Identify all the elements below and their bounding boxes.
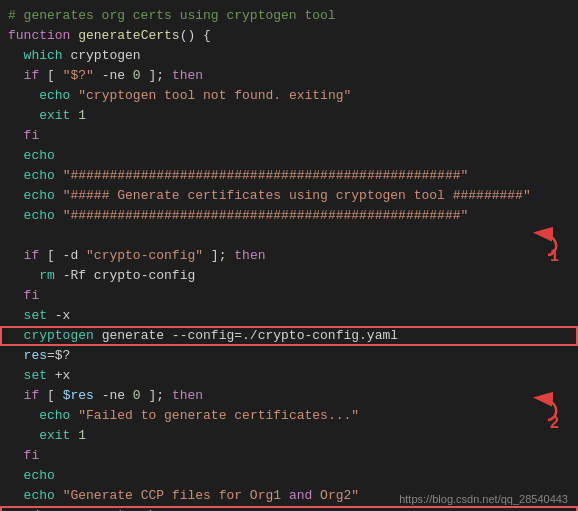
line-9: echo "##################################… (0, 166, 578, 186)
line-24: echo (0, 466, 578, 486)
line-4: if [ "$?" -ne 0 ]; then (0, 66, 578, 86)
line-1: # generates org certs using cryptogen to… (0, 6, 578, 26)
line-17-highlighted: cryptogen generate --config=./crypto-con… (0, 326, 578, 346)
code-container: # generates org certs using cryptogen to… (0, 0, 578, 511)
line-14: rm -Rf crypto-config (0, 266, 578, 286)
line-18: res=$? (0, 346, 578, 366)
line-6: exit 1 (0, 106, 578, 126)
line-3: which cryptogen (0, 46, 578, 66)
line-7: fi (0, 126, 578, 146)
line-23: fi (0, 446, 578, 466)
line-8: echo (0, 146, 578, 166)
line-26-highlighted: ./ccp-generate.sh (0, 506, 578, 511)
line-16: set -x (0, 306, 578, 326)
arrow-2-svg: 2 (478, 380, 568, 435)
line-2: function generateCerts() { (0, 26, 578, 46)
svg-text:2: 2 (550, 414, 559, 431)
svg-text:1: 1 (550, 247, 559, 264)
watermark: https://blog.csdn.net/qq_28540443 (399, 493, 568, 505)
line-5: echo "cryptogen tool not found. exiting" (0, 86, 578, 106)
line-10: echo "##### Generate certificates using … (0, 186, 578, 206)
line-15: fi (0, 286, 578, 306)
arrow-1-svg: 1 (478, 215, 568, 265)
